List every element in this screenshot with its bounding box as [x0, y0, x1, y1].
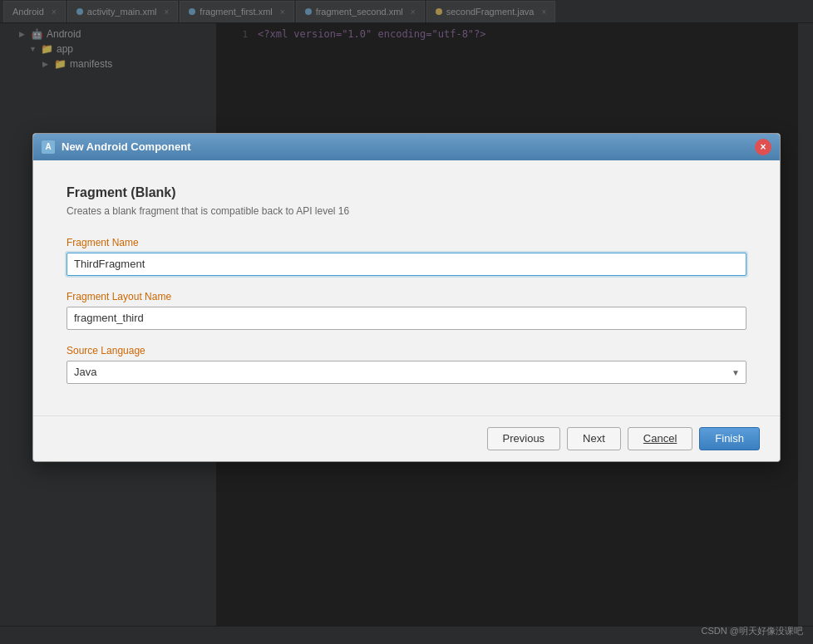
cancel-button[interactable]: Cancel: [628, 427, 692, 450]
dialog-heading: Fragment (Blank): [67, 185, 746, 200]
finish-button[interactable]: Finish: [699, 427, 760, 450]
dialog-titlebar: A New Android Component ×: [33, 134, 780, 160]
dialog: A New Android Component × Fragment (Blan…: [32, 133, 781, 462]
fragment-layout-label: Fragment Layout Name: [67, 291, 746, 302]
dialog-subtext: Creates a blank fragment that is compati…: [67, 205, 746, 217]
fragment-layout-input[interactable]: [67, 307, 746, 330]
dialog-body: Fragment (Blank) Creates a blank fragmen…: [33, 160, 780, 415]
source-language-select[interactable]: Java Kotlin: [67, 361, 746, 384]
fragment-name-label: Fragment Name: [67, 237, 746, 248]
watermark: CSDN @明天好像没课吧: [702, 625, 803, 637]
source-language-label: Source Language: [67, 345, 746, 356]
previous-button[interactable]: Previous: [487, 427, 561, 450]
fragment-name-input[interactable]: [67, 253, 746, 276]
dialog-title-text: New Android Component: [62, 140, 748, 153]
source-language-wrapper: Java Kotlin ▼: [67, 361, 746, 384]
dialog-close-button[interactable]: ×: [755, 139, 771, 155]
dialog-title-icon: A: [42, 140, 55, 154]
modal-overlay: A New Android Component × Fragment (Blan…: [0, 0, 813, 644]
dialog-footer: Previous Next Cancel Finish: [33, 415, 780, 461]
next-button[interactable]: Next: [567, 427, 621, 450]
